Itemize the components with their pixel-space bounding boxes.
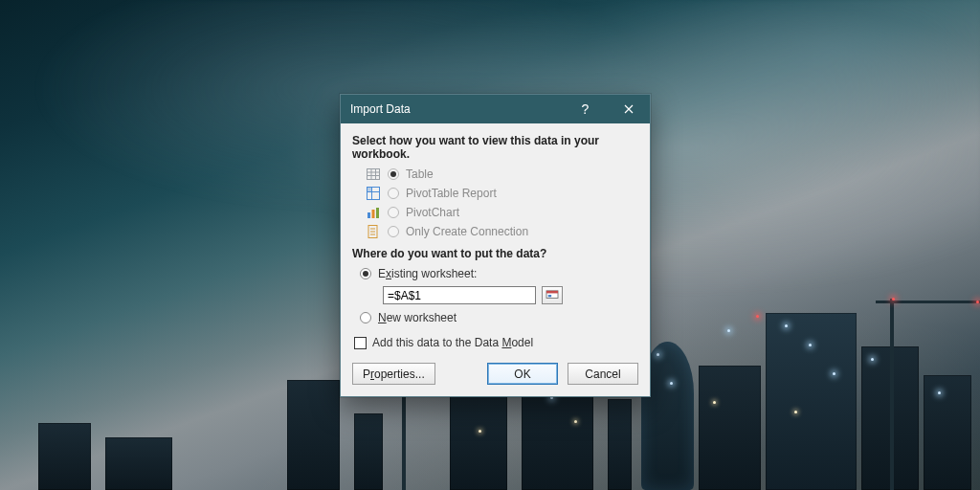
location-heading: Where do you want to put the data? xyxy=(352,247,638,260)
table-icon xyxy=(366,167,381,182)
label-data-model: Add this data to the Data Model xyxy=(372,336,533,349)
dialog-title: Import Data xyxy=(350,102,564,116)
label-pivotchart: PivotChart xyxy=(406,206,459,219)
help-icon: ? xyxy=(582,101,590,117)
label-table: Table xyxy=(406,167,434,181)
option-new-worksheet[interactable]: New worksheet xyxy=(360,308,638,327)
cell-reference-row xyxy=(383,286,638,304)
option-pivotchart: PivotChart xyxy=(366,203,638,222)
range-picker-icon xyxy=(546,290,559,301)
desktop-wallpaper: Import Data ? Select how you want to vie… xyxy=(0,0,980,490)
svg-rect-9 xyxy=(368,212,370,218)
import-data-dialog: Import Data ? Select how you want to vie… xyxy=(340,94,651,397)
svg-rect-6 xyxy=(368,188,372,192)
svg-rect-10 xyxy=(372,210,375,218)
pivotchart-icon xyxy=(366,205,381,220)
label-pivottable: PivotTable Report xyxy=(406,187,497,200)
help-button[interactable]: ? xyxy=(564,95,607,123)
label-new-worksheet: New worksheet xyxy=(378,311,457,324)
connection-icon xyxy=(366,224,381,239)
pivottable-icon xyxy=(366,186,381,201)
radio-connection-only xyxy=(388,226,399,237)
ok-button[interactable]: OK xyxy=(487,363,558,385)
radio-new-worksheet[interactable] xyxy=(360,312,371,323)
label-connection-only: Only Create Connection xyxy=(406,225,528,238)
radio-pivottable xyxy=(388,188,399,199)
option-existing-worksheet[interactable]: Existing worksheet: xyxy=(360,264,638,283)
collapse-dialog-button[interactable] xyxy=(542,286,563,304)
dialog-body: Select how you want to view this data in… xyxy=(341,123,650,396)
option-connection-only: Only Create Connection xyxy=(366,222,638,241)
dialog-titlebar[interactable]: Import Data ? xyxy=(341,95,650,123)
close-button[interactable] xyxy=(607,95,650,123)
dialog-footer: Properties... OK Cancel xyxy=(352,363,638,385)
option-pivottable: PivotTable Report xyxy=(366,184,638,203)
cell-reference-input[interactable] xyxy=(383,286,536,304)
cancel-button[interactable]: Cancel xyxy=(568,363,638,385)
svg-rect-18 xyxy=(548,295,551,297)
label-existing-worksheet: Existing worksheet: xyxy=(378,267,477,280)
svg-rect-17 xyxy=(546,290,558,293)
properties-button[interactable]: Properties... xyxy=(352,363,435,385)
radio-pivotchart xyxy=(388,207,399,218)
view-heading: Select how you want to view this data in… xyxy=(352,134,638,161)
checkbox-data-model[interactable] xyxy=(354,337,367,349)
radio-table xyxy=(388,168,399,180)
add-to-data-model-row[interactable]: Add this data to the Data Model xyxy=(354,336,638,349)
close-icon xyxy=(624,104,634,114)
svg-rect-0 xyxy=(368,169,380,180)
option-table: Table xyxy=(366,165,638,184)
svg-rect-11 xyxy=(376,208,379,218)
radio-existing-worksheet[interactable] xyxy=(360,268,371,279)
